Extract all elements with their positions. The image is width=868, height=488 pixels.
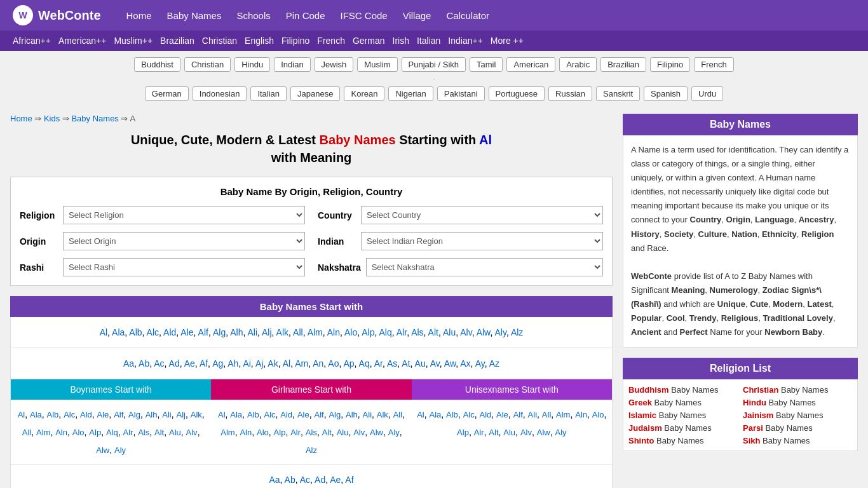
secondary-nav-item[interactable]: More ++ bbox=[488, 34, 526, 47]
secondary-nav-item[interactable]: Muslim++ bbox=[111, 34, 155, 47]
name-link[interactable]: Alf bbox=[513, 410, 523, 419]
name-link[interactable]: Alk bbox=[191, 410, 202, 419]
name-link[interactable]: Alu bbox=[443, 327, 456, 337]
name-link[interactable]: Alw bbox=[477, 327, 491, 337]
name-link[interactable]: Ale bbox=[496, 410, 508, 419]
tag-item[interactable]: French bbox=[694, 57, 733, 72]
name-link[interactable]: Ab bbox=[285, 475, 295, 485]
name-link[interactable]: Alt bbox=[154, 428, 164, 437]
secondary-nav-item[interactable]: Indian++ bbox=[445, 34, 485, 47]
name-link[interactable]: Aa bbox=[123, 358, 134, 369]
tag-item[interactable]: Buddhist bbox=[134, 57, 180, 72]
tag-item[interactable]: Brazilian bbox=[600, 57, 646, 72]
name-link[interactable]: Az bbox=[489, 358, 499, 369]
name-link[interactable]: Ao bbox=[328, 358, 339, 369]
name-link[interactable]: Af bbox=[345, 475, 353, 485]
indian-select[interactable]: Select Indian Region bbox=[361, 232, 603, 250]
religion-link[interactable]: Buddhism Baby Names bbox=[628, 385, 719, 395]
name-link[interactable]: As bbox=[387, 358, 397, 369]
breadcrumb-home[interactable]: Home bbox=[10, 114, 32, 123]
name-link[interactable]: Alc bbox=[147, 327, 159, 337]
tag-item[interactable]: Urdu bbox=[691, 86, 723, 101]
name-link[interactable]: Alb bbox=[47, 410, 59, 419]
name-link[interactable]: Ac bbox=[300, 475, 310, 485]
name-link[interactable]: All bbox=[293, 327, 303, 337]
name-link[interactable]: Al bbox=[218, 410, 226, 419]
tag-item[interactable]: Portuguese bbox=[489, 86, 545, 101]
name-link[interactable]: Ax bbox=[460, 358, 470, 369]
name-link[interactable]: Alw bbox=[537, 428, 550, 437]
name-link[interactable]: Ag bbox=[212, 358, 223, 369]
name-link[interactable]: Ah bbox=[227, 358, 238, 369]
name-link[interactable]: Alg bbox=[213, 327, 226, 337]
name-link[interactable]: Alv bbox=[186, 428, 198, 437]
name-link[interactable]: Alv bbox=[460, 327, 471, 337]
name-link[interactable]: Aln bbox=[327, 327, 340, 337]
name-link[interactable]: Alu bbox=[337, 428, 349, 437]
name-link[interactable]: Ai bbox=[243, 358, 250, 369]
tag-item[interactable]: Korean bbox=[344, 86, 384, 101]
tag-item[interactable]: Pakistani bbox=[437, 86, 485, 101]
secondary-nav-item[interactable]: African++ bbox=[10, 34, 53, 47]
name-link[interactable]: Ay bbox=[475, 358, 485, 369]
name-link[interactable]: Al bbox=[18, 410, 25, 419]
secondary-nav-item[interactable]: Irish bbox=[390, 34, 412, 47]
tag-item[interactable]: Indian bbox=[274, 57, 310, 72]
secondary-nav-item[interactable]: German bbox=[350, 34, 388, 47]
main-nav-item[interactable]: Calculator bbox=[446, 10, 489, 21]
tag-item[interactable]: Punjabi / Sikh bbox=[402, 57, 466, 72]
name-link[interactable]: Ali bbox=[363, 410, 372, 419]
name-link[interactable]: Ala bbox=[429, 410, 441, 419]
name-link[interactable]: Alv bbox=[353, 428, 365, 437]
main-nav-item[interactable]: Pin Code bbox=[286, 10, 325, 21]
name-link[interactable]: Alr bbox=[474, 428, 484, 437]
name-link[interactable]: Aln bbox=[575, 410, 587, 419]
name-link[interactable]: Alo bbox=[592, 410, 604, 419]
name-link[interactable]: Alg bbox=[329, 410, 341, 419]
religion-link[interactable]: Greek Baby Names bbox=[628, 398, 702, 407]
name-link[interactable]: Als bbox=[411, 327, 423, 337]
name-link[interactable]: Ald bbox=[280, 410, 292, 419]
name-link[interactable]: Au bbox=[415, 358, 426, 369]
religion-select[interactable]: Select Religion bbox=[63, 206, 305, 224]
name-link[interactable]: Alb bbox=[247, 410, 259, 419]
name-link[interactable]: Ali bbox=[247, 327, 257, 337]
name-link[interactable]: Av bbox=[430, 358, 440, 369]
tag-item[interactable]: Filipino bbox=[650, 57, 690, 72]
name-link[interactable]: Ac bbox=[154, 358, 164, 369]
name-link[interactable]: Aln bbox=[240, 428, 252, 437]
name-link[interactable]: Alr bbox=[397, 327, 407, 337]
name-link[interactable]: Ab bbox=[139, 358, 149, 369]
name-link[interactable]: Am bbox=[295, 358, 308, 369]
name-link[interactable]: Alz bbox=[306, 445, 317, 455]
tag-item[interactable]: Nigerian bbox=[388, 86, 433, 101]
name-link[interactable]: Aj bbox=[255, 358, 263, 369]
name-link[interactable]: Ad bbox=[315, 475, 325, 485]
name-link[interactable]: Alq bbox=[106, 428, 118, 437]
tag-item[interactable]: Italian bbox=[250, 86, 287, 101]
religion-link[interactable]: Christian Baby Names bbox=[743, 385, 828, 395]
religion-link[interactable]: Sikh Baby Names bbox=[743, 436, 810, 445]
name-link[interactable]: Ali bbox=[528, 410, 537, 419]
name-link[interactable]: Alm bbox=[308, 327, 323, 337]
name-link[interactable]: Aly bbox=[388, 428, 400, 437]
main-nav-item[interactable]: Home bbox=[126, 10, 152, 21]
tag-item[interactable]: Tamil bbox=[470, 57, 503, 72]
name-link[interactable]: Alw bbox=[96, 445, 109, 455]
name-link[interactable]: Alf bbox=[198, 327, 208, 337]
name-link[interactable]: Als bbox=[306, 428, 317, 437]
name-link[interactable]: Alb bbox=[446, 410, 458, 419]
religion-link[interactable]: Parsi Baby Names bbox=[743, 423, 813, 433]
tag-item[interactable]: Hindu bbox=[234, 57, 270, 72]
tag-item[interactable]: Indonesian bbox=[193, 86, 247, 101]
name-link[interactable]: Aly bbox=[494, 327, 506, 337]
name-link[interactable]: Alp bbox=[362, 327, 374, 337]
name-link[interactable]: Ak bbox=[268, 358, 278, 369]
name-link[interactable]: Ala bbox=[30, 410, 42, 419]
name-link[interactable]: At bbox=[402, 358, 410, 369]
name-link[interactable]: Alt bbox=[322, 428, 332, 437]
tag-item[interactable]: Jewish bbox=[315, 57, 354, 72]
name-link[interactable]: Alu bbox=[503, 428, 515, 437]
name-link[interactable]: Aq bbox=[359, 358, 370, 369]
name-link[interactable]: Alm bbox=[36, 428, 50, 437]
